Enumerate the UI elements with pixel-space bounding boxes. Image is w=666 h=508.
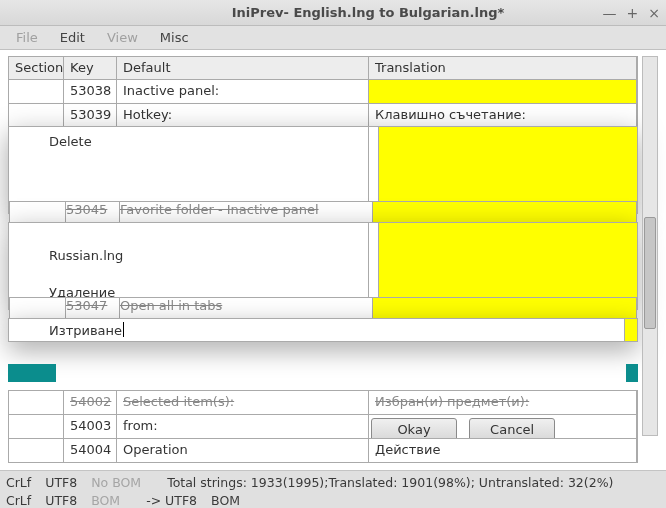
cell-key: 53038 <box>64 80 117 103</box>
table-row[interactable]: 54004 Operation Действие <box>9 439 637 462</box>
grid-lower: 54002 Selected item(s): Избран(и) предме… <box>8 390 638 463</box>
status2-bom: BOM <box>91 493 120 508</box>
overlay2-strip-default: Open all in tabs <box>120 298 373 318</box>
col-translation[interactable]: Translation <box>369 57 637 79</box>
cell-translation: Клавишно съчетание: <box>369 104 637 127</box>
status-enc: UTF8 <box>45 475 77 490</box>
table-row[interactable]: 54002 Selected item(s): Избран(и) предме… <box>9 391 637 415</box>
menu-misc[interactable]: Misc <box>150 28 199 47</box>
scrollbar-thumb[interactable] <box>644 217 656 329</box>
overlay2-strip-key: 53047 <box>66 298 120 318</box>
col-key[interactable]: Key <box>64 57 117 79</box>
preview-overlay-1: Delete 53045 Favorite folder - Inactive … <box>8 126 638 214</box>
cell-translation <box>369 80 637 103</box>
maximize-button[interactable]: + <box>627 6 639 20</box>
menu-view[interactable]: View <box>97 28 148 47</box>
status2-bom2: BOM <box>211 493 240 508</box>
cancel-button[interactable]: Cancel <box>469 418 555 438</box>
status-bom: No BOM <box>91 475 141 490</box>
overlay1-strip-key: 53045 <box>66 202 120 222</box>
window-buttons: — + × <box>590 6 660 20</box>
status-eol: CrLf <box>6 475 31 490</box>
status2-arrow: -> UTF8 <box>146 493 197 508</box>
close-button[interactable]: × <box>648 6 660 20</box>
selection-marker-right <box>626 364 638 382</box>
status2-eol: CrLf <box>6 493 31 508</box>
menubar: File Edit View Misc <box>0 26 666 50</box>
overlay2-line1: Russian.lng <box>49 248 123 263</box>
status-summary: Total strings: 1933(1995);Translated: 19… <box>167 475 613 490</box>
vertical-scrollbar[interactable] <box>642 56 658 436</box>
minimize-button[interactable]: — <box>603 6 617 20</box>
okay-button[interactable]: Okay <box>371 418 457 438</box>
cell-section <box>9 80 64 103</box>
translation-edit-input[interactable]: Изтриване <box>8 318 638 342</box>
window-title: IniPrev- English.lng to Bulgarian.lng* <box>146 5 590 20</box>
cell-default: Hotkey: <box>117 104 369 127</box>
col-default[interactable]: Default <box>117 57 369 79</box>
col-section[interactable]: Section <box>9 57 64 79</box>
menu-file[interactable]: File <box>6 28 48 47</box>
window-titlebar: IniPrev- English.lng to Bulgarian.lng* —… <box>0 0 666 26</box>
preview-overlay-2: Russian.lng Удаление 53047 Open all in t… <box>8 222 638 310</box>
table-row[interactable]: 54003 from: Okay Cancel <box>9 415 637 439</box>
edit-value: Изтриване <box>49 323 124 338</box>
cell-section <box>9 104 64 127</box>
menu-edit[interactable]: Edit <box>50 28 95 47</box>
table-row[interactable]: 53038 Inactive panel: <box>9 80 637 104</box>
cell-key: 53039 <box>64 104 117 127</box>
status2-enc: UTF8 <box>45 493 77 508</box>
content-area: Section Key Default Translation 53038 In… <box>0 50 666 470</box>
overlay1-strip-default: Favorite folder - Inactive panel <box>120 202 373 222</box>
status-bar: CrLf UTF8 No BOM Total strings: 1933(199… <box>0 470 666 508</box>
selection-marker-left <box>8 364 56 382</box>
translation-grid: Section Key Default Translation 53038 In… <box>8 56 638 129</box>
grid-header: Section Key Default Translation <box>9 57 637 80</box>
cell-default: Inactive panel: <box>117 80 369 103</box>
table-row[interactable]: 53039 Hotkey: Клавишно съчетание: <box>9 104 637 128</box>
